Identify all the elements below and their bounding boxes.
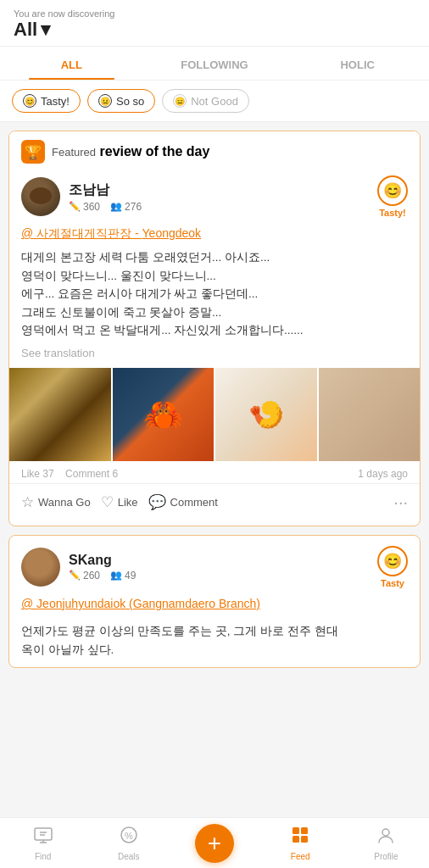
user-row: 조남남 ✏️ 360 👥 276 😊 Tasty! [9,170,420,225]
tab-following[interactable]: FOLLOWING [143,47,287,80]
comment-icon: 💬 [148,493,166,511]
at-sign: @ [21,226,33,240]
svg-text:%: % [125,830,133,840]
svg-rect-7 [292,827,299,834]
find-icon [34,826,53,849]
nav-deals[interactable]: % Deals [86,819,171,868]
gallery-image-2[interactable] [113,368,214,461]
like-button[interactable]: ♡ Like [101,490,148,515]
avatar[interactable] [21,177,60,216]
review-count: ✏️ 360 [69,201,100,213]
gallery-image-1[interactable] [9,368,111,461]
trophy-icon: 🏆 [21,140,45,164]
svg-point-11 [382,829,389,836]
second-review-text: 언제가도 평균 이상의 만족도를 주는 곳, 그게 바로 전주 현대 옥이 아닐… [9,617,420,667]
soso-icon: 😐 [98,94,112,108]
likes-count: Like 37 Comment 6 [21,468,118,480]
tasty-icon: 😊 [23,94,36,108]
second-card: SKang ✏️ 260 👥 49 😊 Tasty @ [8,535,421,668]
second-tasty-circle-icon: 😊 [377,546,408,576]
second-user-row: SKang ✏️ 260 👥 49 😊 Tasty [9,536,420,595]
more-options-icon[interactable]: ··· [393,489,408,515]
filter-row: 😊 Tasty! 😐 So so 😑 Not Good [0,81,429,122]
featured-label: Featured [52,146,96,159]
time-ago: 1 days ago [358,468,408,480]
tasty-circle-icon: 😊 [377,175,408,206]
filter-notgood[interactable]: 😑 Not Good [162,89,249,113]
restaurant-name: 사계절대게직판장 [36,226,131,240]
nav-feed[interactable]: Feed [258,819,343,868]
filter-tasty[interactable]: 😊 Tasty! [12,89,81,113]
tabs-bar: ALL FOLLOWING HOLIC [0,47,429,81]
second-tasty-badge[interactable]: 😊 Tasty [377,546,408,588]
svg-rect-10 [301,836,308,843]
see-translation[interactable]: See translation [9,347,420,368]
filter-soso[interactable]: 😐 So so [87,89,155,113]
feed-icon [291,826,309,849]
add-button[interactable]: + [195,824,234,863]
comment-button[interactable]: 💬 Comment [148,490,228,515]
like-label: Like [118,496,138,509]
comment-label: Comment [170,496,218,509]
follower-count: 👥 276 [110,201,142,213]
svg-rect-0 [35,828,52,840]
tasty-badge-label: Tasty! [379,208,406,218]
dropdown-label: All [14,19,37,41]
gallery-image-3[interactable] [215,368,317,461]
image-gallery [9,368,420,461]
user-name[interactable]: 조남남 [69,181,377,199]
nav-profile[interactable]: Profile [343,819,429,868]
plus-icon: + [208,830,221,857]
wanna-go-button[interactable]: ☆ Wanna Go [21,490,101,515]
featured-text: Featured review of the day [52,144,209,159]
discovery-bar: You are now discovering All ▾ [0,0,429,47]
all-dropdown[interactable]: All ▾ [14,19,415,41]
second-at-sign: @ [21,597,36,610]
second-restaurant-link[interactable]: @ Jeonjuhyundaiok (Gangnamdaero Branch) [9,595,420,617]
profile-icon [376,826,395,849]
second-user-info: SKang ✏️ 260 👥 49 [69,553,377,581]
followers-icon: 👥 [110,201,122,212]
user-info: 조남남 ✏️ 360 👥 276 [69,181,377,213]
second-restaurant-name: Jeonjuhyundaiok [36,597,125,610]
wanna-go-label: Wanna Go [38,496,91,509]
restaurant-link[interactable]: @ 사계절대게직판장 - Yeongdeok [9,225,420,248]
deals-icon: % [120,826,138,849]
second-user-name[interactable]: SKang [69,553,377,568]
featured-card: 🏆 Featured review of the day 조남남 ✏️ 360 [8,131,421,526]
notgood-icon: 😑 [173,94,187,108]
filter-tasty-label: Tasty! [41,95,70,108]
second-follower-count: 👥 49 [110,570,136,581]
gallery-image-4[interactable] [319,368,421,461]
filter-notgood-label: Not Good [191,95,238,108]
second-user-stats: ✏️ 260 👥 49 [69,570,377,581]
svg-rect-9 [292,836,299,843]
deals-label: Deals [118,852,140,861]
find-label: Find [35,852,51,861]
second-review-count: ✏️ 260 [69,570,100,581]
tasty-badge[interactable]: 😊 Tasty! [377,175,408,218]
restaurant-separator: - [135,226,142,240]
feed-label: Feed [291,852,310,861]
chevron-down-icon: ▾ [41,19,50,41]
nav-find[interactable]: Find [0,819,86,868]
second-pen-icon: ✏️ [69,570,81,581]
second-avatar[interactable] [21,548,60,587]
filter-soso-label: So so [116,95,144,108]
restaurant-location: Yeongdeok [142,226,202,240]
nav-add[interactable]: + [171,817,257,869]
discovering-text: You are now discovering [14,8,415,19]
review-text: 대게의 본고장 세력 다툼 오래였던거... 아시죠... 영덕이 맞다느니..… [9,248,420,347]
svg-rect-8 [301,827,308,834]
card-actions: ☆ Wanna Go ♡ Like 💬 Comment ··· [9,483,420,526]
tab-holic[interactable]: HOLIC [286,47,429,80]
second-tasty-label: Tasty [381,578,404,588]
heart-icon: ♡ [101,493,114,511]
bottom-nav: Find % Deals + Feed [0,817,429,868]
second-followers-icon: 👥 [110,570,122,581]
review-of-day-label: review of the day [100,144,210,159]
card-footer-meta: Like 37 Comment 6 1 days ago [9,461,420,483]
tab-all[interactable]: ALL [0,47,143,80]
user-stats: ✏️ 360 👥 276 [69,201,377,213]
featured-banner: 🏆 Featured review of the day [9,131,420,170]
